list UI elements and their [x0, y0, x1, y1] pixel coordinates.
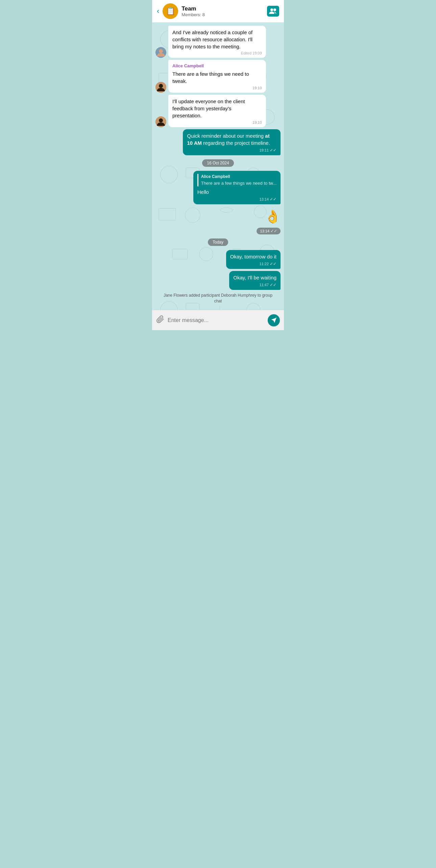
svg-point-2	[270, 8, 273, 11]
chat-header: ‹ 📋 Team Members: 8	[152, 0, 284, 22]
message-text: I'll update everyone on the client feedb…	[172, 98, 262, 119]
header-info: Team Members: 8	[181, 5, 264, 17]
svg-point-7	[159, 84, 163, 88]
member-count: Members: 8	[181, 12, 264, 17]
message-bubble: Okay, tomorrow do it 11:22 ✓✓	[226, 250, 281, 269]
message-row: Okay, I'll be waiting 11:47 ✓✓	[155, 271, 281, 290]
chat-messages: And I've already noticed a couple of con…	[152, 22, 284, 310]
members-icon[interactable]	[267, 6, 279, 17]
svg-point-9	[159, 118, 163, 122]
message-row: And I've already noticed a couple of con…	[155, 26, 281, 58]
message-row: Quick reminder about our meeting at 10 A…	[155, 129, 281, 155]
message-time: 13:14 ✓✓	[197, 197, 276, 202]
message-input[interactable]	[168, 317, 264, 323]
read-tick: ✓✓	[270, 282, 276, 288]
avatar	[155, 47, 166, 58]
message-time: 11:22 ✓✓	[230, 261, 276, 267]
message-bubble: And I've already noticed a couple of con…	[168, 26, 266, 58]
read-tick: ✓✓	[270, 147, 276, 153]
message-bubble: I'll update everyone on the client feedb…	[168, 95, 266, 127]
read-tick: ✓✓	[270, 197, 276, 202]
message-bubble: Okay, I'll be waiting 11:47 ✓✓	[229, 271, 281, 290]
date-label: Today	[208, 238, 228, 246]
message-text: There are a few things we need to tweak.	[172, 70, 262, 85]
message-text: Quick reminder about our meeting at 10 A…	[187, 132, 276, 146]
reply-text: There are a few things we need to tw...	[201, 180, 276, 186]
bold-text: at 10 AM	[187, 133, 269, 146]
message-bubble: Alice Campbell There are a few things we…	[193, 171, 281, 204]
avatar	[155, 82, 166, 93]
date-separator: 16 Oct 2024	[155, 159, 281, 167]
svg-text:📋: 📋	[166, 6, 175, 16]
message-text: Okay, I'll be waiting	[233, 274, 276, 281]
emoji-message: 👌	[262, 206, 281, 227]
chat-title: Team	[181, 5, 264, 12]
reply-sender: Alice Campbell	[201, 174, 276, 180]
message-time: 19:10	[172, 120, 262, 125]
message-row: Alice Campbell There are a few things we…	[155, 60, 281, 93]
system-message: Jane Flowers added participant Deborah H…	[162, 293, 274, 304]
message-time: 19:10	[172, 86, 262, 91]
message-row: 👌 13:14 ✓✓	[155, 206, 281, 234]
svg-point-5	[159, 49, 163, 53]
avatar	[155, 116, 166, 127]
send-button[interactable]	[268, 314, 280, 326]
message-bubble: Alice Campbell There are a few things we…	[168, 60, 266, 93]
message-row: Alice Campbell There are a few things we…	[155, 171, 281, 204]
date-label: 16 Oct 2024	[202, 159, 234, 167]
message-time: 11:47 ✓✓	[233, 282, 276, 288]
attach-button[interactable]	[156, 315, 164, 325]
message-bubble: Quick reminder about our meeting at 10 A…	[183, 129, 281, 155]
message-row: Okay, tomorrow do it 11:22 ✓✓	[155, 250, 281, 269]
message-text: Okay, tomorrow do it	[230, 253, 276, 260]
read-tick: ✓✓	[270, 261, 276, 267]
edited-label: Edited 19:09	[172, 51, 262, 56]
back-button[interactable]: ‹	[157, 7, 159, 16]
date-separator: Today	[155, 238, 281, 246]
emoji-text: 👌	[265, 209, 281, 224]
read-tick: ✓✓	[270, 229, 277, 233]
message-text: And I've already noticed a couple of con…	[172, 29, 262, 50]
input-bar	[152, 310, 284, 330]
message-text: Hello	[197, 188, 276, 196]
svg-point-3	[273, 8, 276, 11]
message-time: 19:11 ✓✓	[187, 147, 276, 153]
reply-quote: Alice Campbell There are a few things we…	[197, 174, 276, 186]
group-avatar: 📋	[163, 3, 178, 19]
sender-name: Alice Campbell	[172, 63, 262, 69]
message-row: I'll update everyone on the client feedb…	[155, 95, 281, 127]
message-time: 13:14	[260, 229, 269, 233]
